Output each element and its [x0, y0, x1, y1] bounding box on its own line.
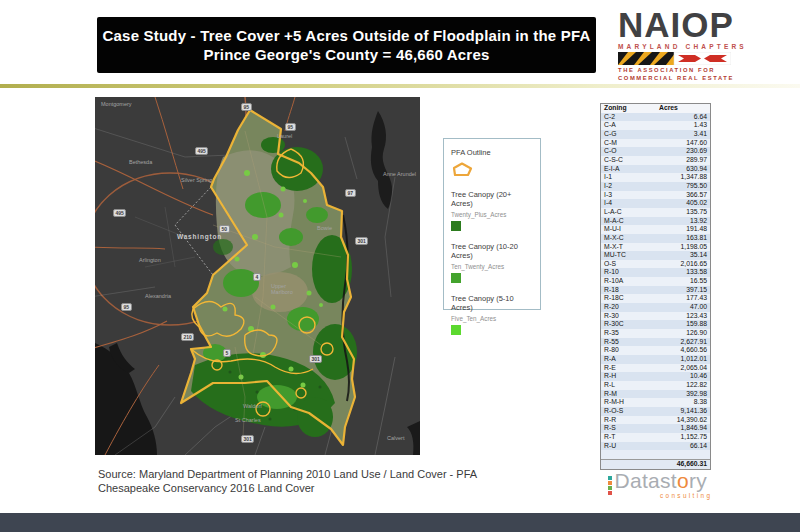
table-row: I-2795.50 [601, 182, 710, 191]
legend-item-canopy-5-10: Tree Canopy (5-10 Acres) Five_Ten_Acres [451, 294, 533, 335]
legend-field-name: Twenty_Plus_Acres [451, 211, 533, 218]
highway-shield-icon: 210 [181, 333, 194, 341]
legend-item-canopy-20plus: Tree Canopy (20+ Acres) Twenty_Plus_Acre… [451, 190, 533, 231]
legend-label: Tree Canopy (10-20 Acres) [451, 242, 533, 260]
highway-shield-icon: 97 [345, 189, 356, 197]
highway-shield-icon: 5 [223, 349, 231, 357]
legend-label: PFA Outline [451, 148, 533, 157]
table-row: R-552,627.91 [601, 338, 710, 347]
table-row: I-4405.02 [601, 199, 710, 208]
datastory-logo: Datastory consulting [608, 470, 738, 499]
table-row: R-M392.98 [601, 390, 710, 399]
legend-field-name: Five_Ten_Acres [451, 315, 533, 322]
datastory-icon [608, 476, 612, 495]
highway-shield-icon: 301 [309, 355, 322, 363]
legend-swatch [451, 325, 461, 335]
map-place-label: Silver Spring [181, 177, 212, 183]
table-row: R-O-S9,141.36 [601, 407, 710, 416]
maryland-flag-icon [618, 52, 731, 65]
table-header-row: Zoning Acres [601, 104, 710, 113]
map-place-label: Upper Marlboro [271, 283, 307, 295]
table-row: C-O230.69 [601, 147, 710, 156]
table-row: MU-TC35.14 [601, 251, 710, 260]
highway-shield-icon: 4 [253, 273, 261, 281]
highway-shield-icon: 95 [121, 303, 132, 311]
table-row: R-30123.43 [601, 312, 710, 321]
zoning-table: Zoning Acres C-26.64C-A1.43C-G3.41C-M147… [600, 103, 711, 470]
table-total-row: 46,660.31 [601, 459, 710, 469]
datastory-tagline: consulting [660, 492, 738, 499]
table-row: R-T1,152.75 [601, 433, 710, 442]
legend-item-canopy-10-20: Tree Canopy (10-20 Acres) Ten_Twenty_Acr… [451, 242, 533, 283]
map-place-label: Laurel [277, 133, 292, 139]
table-row: R-H10.46 [601, 372, 710, 381]
table-row: R-M-H8.38 [601, 398, 710, 407]
table-row: O-S2,016.65 [601, 260, 710, 269]
map-place-label: Bethesda [129, 159, 152, 165]
highway-shield-icon: 495 [195, 147, 208, 155]
county-map-image: MontgomeryBethesdaSilver SpringLaurelAnn… [95, 97, 420, 455]
source-note: Source: Maryland Department of Planning … [98, 467, 477, 495]
table-row: R-A1,012.01 [601, 355, 710, 364]
table-row: L-A-C135.75 [601, 208, 710, 217]
slide-title: Case Study - Tree Cover +5 Acres Outside… [97, 17, 596, 73]
table-row: C-M147.60 [601, 139, 710, 148]
table-row: I-11,347.88 [601, 173, 710, 182]
naiop-tagline-line1: THE ASSOCIATION FOR [618, 67, 796, 75]
map-place-label: Alexandria [145, 293, 171, 299]
table-row: R-10133.58 [601, 268, 710, 277]
legend-label: Tree Canopy (20+ Acres) [451, 190, 533, 208]
table-row: M-X-T1,198.05 [601, 243, 710, 252]
naiop-wordmark: NAIOP [618, 8, 796, 42]
legend-field-name: Ten_Twenty_Acres [451, 263, 533, 270]
table-row: R-2047.00 [601, 303, 710, 312]
table-row: R-R14,390.62 [601, 416, 710, 425]
table-blank-row [601, 450, 710, 459]
table-row: I-3366.57 [601, 191, 710, 200]
naiop-chapter-label: MARYLAND CHAPTERS [618, 43, 796, 50]
naiop-logo: NAIOP MARYLAND CHAPTERS THE ASSOCIATION … [618, 8, 796, 82]
highway-shield-icon: 301 [355, 237, 368, 245]
pfa-outline-swatch-path [454, 164, 471, 176]
legend-label: Tree Canopy (5-10 Acres) [451, 294, 533, 312]
table-row: R-18C177.43 [601, 294, 710, 303]
table-row: E-I-A630.94 [601, 165, 710, 174]
table-row: R-10A16.55 [601, 277, 710, 286]
map-place-label: St Charles [235, 417, 261, 423]
table-row: R-35126.90 [601, 329, 710, 338]
table-row: R-E2,065.04 [601, 364, 710, 373]
map-place-label: Bowie [317, 225, 332, 231]
table-row: C-G3.41 [601, 130, 710, 139]
total-acres-value: 46,660.31 [604, 460, 707, 469]
datastory-wordmark: Datastory [615, 470, 708, 492]
column-header-zoning: Zoning [604, 104, 627, 113]
header-divider-line [0, 84, 800, 88]
table-row: C-26.64 [601, 113, 710, 122]
source-line1: Source: Maryland Department of Planning … [98, 467, 477, 481]
legend-swatch [451, 273, 461, 283]
highway-shield-icon: 95 [285, 123, 296, 131]
zoning-table-rows: C-26.64C-A1.43C-G3.41C-M147.60C-O230.69C… [601, 113, 710, 451]
map-place-label: Anne Arundel [383, 171, 416, 177]
table-row: R-S1,846.94 [601, 424, 710, 433]
table-row: R-18397.15 [601, 286, 710, 295]
table-row: R-U66.14 [601, 442, 710, 451]
highway-shield-icon: 95 [241, 103, 252, 111]
slide-title-line1: Case Study - Tree Cover +5 Acres Outside… [103, 26, 591, 45]
pfa-outline-icon [451, 161, 475, 179]
map-place-label: Montgomery [101, 101, 132, 107]
map-place-label: Washington [177, 234, 213, 240]
slide-title-line2: Prince George's County = 46,660 Acres [204, 45, 490, 64]
column-header-acres: Acres [659, 104, 707, 113]
legend-item-pfa: PFA Outline [451, 148, 533, 179]
map-legend: PFA Outline Tree Canopy (20+ Acres) Twen… [443, 138, 541, 310]
table-row: C-A1.43 [601, 121, 710, 130]
slide-footer-bar [0, 513, 800, 532]
map-place-label: Calvert [387, 435, 404, 441]
table-row: R-L122.82 [601, 381, 710, 390]
table-row: M-A-C13.92 [601, 217, 710, 226]
table-row: R-804,660.56 [601, 346, 710, 355]
highway-shield-icon: 495 [113, 209, 126, 217]
table-row: R-30C159.88 [601, 320, 710, 329]
map-place-label: Waldorf [243, 403, 262, 409]
